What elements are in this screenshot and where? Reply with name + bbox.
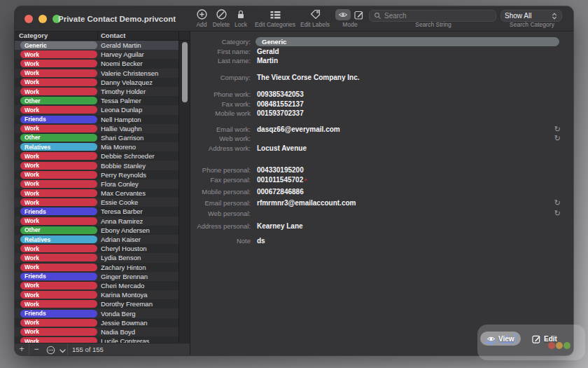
contact-row[interactable]: WorkLucile Contreras <box>15 336 179 343</box>
category-pill: Work <box>20 245 97 252</box>
contact-row[interactable]: WorkDorothy Freeman <box>15 299 179 308</box>
detail-row: Email personal:rfmrmnr3@emailaccount.com… <box>190 198 569 208</box>
contact-row[interactable]: FriendsGinger Brennan <box>15 272 179 281</box>
contact-row[interactable]: WorkCheryl Houston <box>15 244 179 253</box>
contact-row[interactable]: WorkLeona Dunlap <box>15 105 179 114</box>
category-cell: Work <box>15 60 97 67</box>
contact-row[interactable]: WorkFlora Conley <box>15 179 179 189</box>
pencil-square-icon <box>532 334 541 343</box>
contact-row[interactable]: WorkDanny Velazquez <box>15 78 179 87</box>
refresh-icon[interactable]: ↻ <box>554 125 561 135</box>
traffic-lights <box>24 15 61 23</box>
contact-name: Cheryl Houston <box>97 245 179 252</box>
category-cell: Work <box>15 264 97 271</box>
delete-button[interactable]: Delete <box>211 6 231 32</box>
contact-row[interactable]: OtherEbony Andersen <box>15 226 179 235</box>
contact-row[interactable]: WorkKarina Montoya <box>15 290 179 299</box>
contact-row[interactable]: FriendsNell Hampton <box>15 115 179 124</box>
category-cell: Work <box>15 319 97 327</box>
contact-row[interactable]: OtherTessa Palmer <box>15 96 179 105</box>
search-category-area: Show All Search Category <box>500 6 564 32</box>
contact-name: Leona Dunlap <box>97 106 179 114</box>
field-value: 001593702337 <box>257 109 304 117</box>
contact-name: Ginger Brennan <box>97 273 179 280</box>
category-cell: Work <box>15 79 97 86</box>
remove-contact-button[interactable]: − <box>29 344 43 355</box>
contact-row[interactable]: WorkHallie Vaughn <box>15 124 179 133</box>
contact-name: Ebony Andersen <box>97 226 179 234</box>
contact-row[interactable]: WorkTimothy Holder <box>15 87 179 96</box>
contact-row[interactable]: WorkZachary Hinton <box>15 263 179 272</box>
contact-row[interactable]: RelativesAdrian Kaiser <box>15 235 179 244</box>
view-button[interactable]: View <box>480 332 521 346</box>
contact-row[interactable]: WorkNadia Boyd <box>15 327 179 336</box>
contact-row[interactable]: WorkPerry Reynolds <box>15 170 179 179</box>
contact-name: Cheri Mercado <box>97 282 179 289</box>
add-contact-button[interactable]: + <box>15 344 29 355</box>
refresh-icon[interactable]: ↻ <box>554 209 561 219</box>
refresh-icon[interactable]: ↻ <box>554 134 561 144</box>
category-pill: Friends <box>20 310 97 318</box>
category-pill: Work <box>20 88 97 95</box>
field-value: 001011545702 <box>257 176 303 184</box>
contact-name: Flora Conley <box>97 180 179 188</box>
refresh-icon[interactable]: ↻ <box>554 198 561 208</box>
field-value: 004330195200 <box>257 166 304 174</box>
detail-row: Noteds <box>190 236 569 246</box>
contact-name: Teresa Barber <box>97 207 179 215</box>
contact-row[interactable]: GenericGerald Martin <box>15 41 179 50</box>
field-label: Web personal: <box>190 210 251 217</box>
category-cell: Work <box>15 245 97 252</box>
contact-row[interactable]: RelativesMia Moreno <box>15 142 179 151</box>
contact-row[interactable]: WorkCheri Mercado <box>15 281 179 290</box>
add-button[interactable]: Add <box>192 6 211 32</box>
search-field[interactable] <box>369 10 496 22</box>
category-cell: Other <box>15 134 97 142</box>
lock-button[interactable]: Lock <box>231 6 251 32</box>
action-menu-button[interactable] <box>43 344 57 355</box>
category-pill: Relatives <box>20 143 97 151</box>
scrollbar-thumb[interactable] <box>182 42 188 102</box>
contact-row[interactable]: FriendsTeresa Barber <box>15 207 179 216</box>
contact-row[interactable]: WorkValerie Christensen <box>15 69 179 78</box>
category-cell: Friends <box>15 116 97 123</box>
view-mode-button[interactable] <box>335 9 351 20</box>
contact-row[interactable]: WorkJessie Bowman <box>15 318 179 327</box>
edit-labels-button[interactable]: Edit Labels <box>298 6 332 32</box>
detail-row: Phone work:009385342053 <box>190 90 569 100</box>
category-pill: Other <box>20 134 97 142</box>
lock-icon <box>231 8 251 20</box>
contact-row[interactable]: WorkNoemi Becker <box>15 59 179 68</box>
category-value-pill[interactable]: Generic <box>255 37 559 46</box>
field-value: 009385342053 <box>257 90 304 98</box>
category-cell: Work <box>15 152 97 160</box>
category-cell: Work <box>15 217 97 225</box>
close-button[interactable] <box>24 15 33 23</box>
contact-row[interactable]: WorkHarvey Aguilar <box>15 50 179 59</box>
contact-row[interactable]: WorkLydia Benson <box>15 253 179 262</box>
contact-row[interactable]: WorkAnna Ramirez <box>15 217 179 226</box>
category-pill: Work <box>20 171 97 179</box>
action-menu-chevron[interactable] <box>57 346 67 353</box>
contact-row[interactable]: WorkMax Cervantes <box>15 189 179 198</box>
contact-row[interactable]: WorkDebbie Schroeder <box>15 151 179 161</box>
search-input[interactable] <box>384 12 491 20</box>
category-pill: Work <box>20 337 97 343</box>
contact-row[interactable]: WorkBobbie Stanley <box>15 161 179 170</box>
minimize-button[interactable] <box>38 15 47 23</box>
field-label: Address personal: <box>190 222 251 230</box>
contact-row[interactable]: OtherShari Garrison <box>15 133 179 142</box>
field-label: Phone work: <box>190 90 251 98</box>
category-pill: Friends <box>20 273 97 280</box>
field-value: ds <box>257 237 265 245</box>
edit-mode-button[interactable] <box>353 8 365 21</box>
field-label: Fax work: <box>190 100 251 108</box>
search-category-dropdown[interactable]: Show All <box>500 10 562 22</box>
edit-categories-button[interactable]: Edit Categories <box>253 6 298 32</box>
contact-name: Timothy Holder <box>97 88 179 95</box>
category-column-header[interactable]: Category <box>15 32 97 40</box>
contact-row[interactable]: FriendsVonda Berg <box>15 308 179 318</box>
contact-row[interactable]: WorkEssie Cooke <box>15 198 179 207</box>
contact-column-header[interactable]: Contact <box>97 32 178 40</box>
scrollbar-track[interactable] <box>178 41 190 343</box>
